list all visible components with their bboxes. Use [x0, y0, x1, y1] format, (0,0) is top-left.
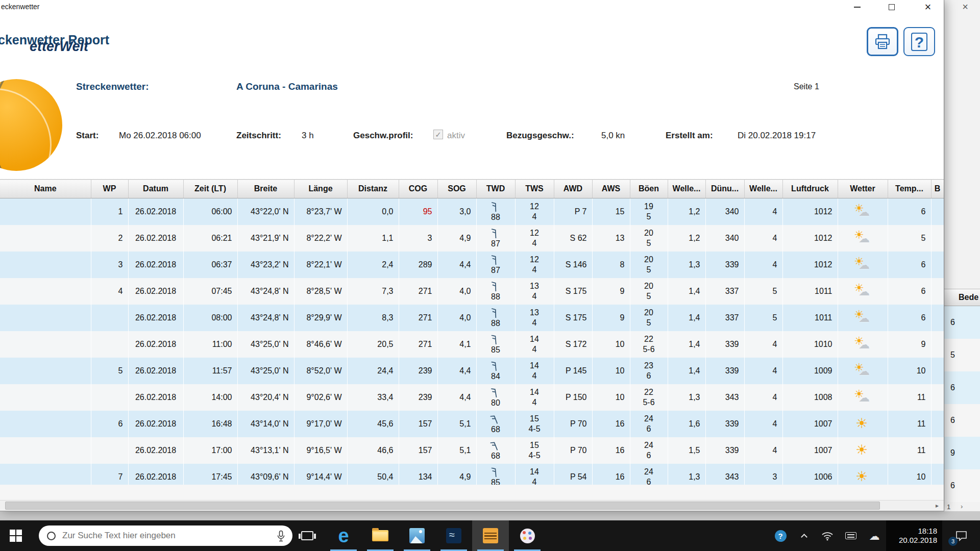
- table-header-row: NameWPDatumZeit (LT)BreiteLängeDistanzCO…: [0, 180, 944, 198]
- cell-breite: 43°22,0' N: [237, 198, 294, 225]
- explorer-icon: [372, 530, 388, 541]
- windows-logo-icon: [10, 530, 22, 542]
- horizontal-scrollbar[interactable]: ▸: [0, 500, 944, 510]
- start-button[interactable]: [0, 520, 32, 551]
- column-header-breite[interactable]: Breite: [237, 180, 294, 198]
- cell-boeen: 195: [630, 198, 668, 225]
- cell-boeen: 236: [630, 358, 668, 384]
- table-row[interactable]: 126.02.201806:0043°22,0' N8°23,7' W0,095…: [0, 198, 944, 225]
- cell-welle2: 4: [744, 225, 782, 252]
- column-header-zeit[interactable]: Zeit (LT): [183, 180, 237, 198]
- column-header-temp[interactable]: Temp...: [888, 180, 931, 198]
- tray-help-button[interactable]: [769, 520, 792, 551]
- column-header-boeen[interactable]: Böen: [630, 180, 668, 198]
- column-header-cog[interactable]: COG: [399, 180, 437, 198]
- column-header-tws[interactable]: TWS: [515, 180, 554, 198]
- cell-boeen: 205: [630, 305, 668, 331]
- column-header-twd[interactable]: TWD: [476, 180, 515, 198]
- column-header-wetter[interactable]: Wetter: [838, 180, 888, 198]
- column-header-duenung[interactable]: Dünu...: [705, 180, 744, 198]
- column-header-welle2[interactable]: Welle...: [744, 180, 782, 198]
- table-row[interactable]: 26.02.201814:0043°20,4' N9°02,6' W33,423…: [0, 384, 944, 411]
- table-row[interactable]: 26.02.201817:0043°13,1' N9°16,5' W46,615…: [0, 437, 944, 464]
- column-header-b[interactable]: B: [931, 180, 944, 198]
- background-scroll-arrow-icon[interactable]: ›: [961, 503, 963, 510]
- speed-profile-checkbox[interactable]: [433, 130, 443, 139]
- table-row[interactable]: 726.02.201817:4543°09,6' N9°14,4' W50,41…: [0, 464, 944, 485]
- cell-distanz: 8,3: [347, 305, 399, 331]
- cell-cog: 289: [399, 252, 437, 278]
- table-row[interactable]: 526.02.201811:5743°25,0' N8°52,0' W24,42…: [0, 358, 944, 384]
- column-header-distanz[interactable]: Distanz: [347, 180, 399, 198]
- maximize-button[interactable]: [876, 0, 907, 14]
- column-header-name[interactable]: Name: [0, 180, 91, 198]
- taskbar-clock[interactable]: 18:18 20.02.2018: [886, 520, 942, 551]
- background-close-icon[interactable]: ×: [958, 1, 973, 14]
- table-row[interactable]: 326.02.201806:3743°23,2' N8°22,1' W2,428…: [0, 252, 944, 278]
- cell-datum: 26.02.2018: [128, 225, 183, 252]
- cell-distanz: 7,3: [347, 278, 399, 305]
- column-header-luftdruck[interactable]: Luftdruck: [782, 180, 838, 198]
- sun-cloud-icon: [853, 231, 872, 246]
- cell-welle2: 4: [744, 384, 782, 411]
- action-center-button[interactable]: 3: [942, 520, 980, 551]
- column-header-laenge[interactable]: Länge: [294, 180, 347, 198]
- tray-keyboard-button[interactable]: [839, 520, 863, 551]
- tray-onedrive-button[interactable]: [863, 520, 886, 551]
- column-header-datum[interactable]: Datum: [128, 180, 183, 198]
- column-header-aws[interactable]: AWS: [592, 180, 630, 198]
- column-header-wp[interactable]: WP: [91, 180, 128, 198]
- table-row[interactable]: 26.02.201811:0043°25,0' N8°46,6' W20,527…: [0, 331, 944, 358]
- tray-show-hidden-icons[interactable]: [792, 520, 816, 551]
- column-header-awd[interactable]: AWD: [554, 180, 592, 198]
- cell-laenge: 8°22,2' W: [294, 225, 347, 252]
- cell-luftdruck: 1007: [782, 411, 838, 437]
- cell-wetter: [838, 437, 888, 464]
- cell-distanz: 50,4: [347, 464, 399, 485]
- taskbar-app-edge[interactable]: [325, 520, 362, 551]
- taskbar-search[interactable]: [39, 525, 292, 546]
- cell-b: [931, 252, 944, 278]
- minimize-button[interactable]: [842, 0, 872, 14]
- column-header-sog[interactable]: SOG: [437, 180, 476, 198]
- cell-twd: 68: [476, 437, 515, 464]
- cell-breite: 43°24,8' N: [237, 305, 294, 331]
- cell-wp: 6: [91, 411, 128, 437]
- task-view-button[interactable]: [292, 520, 322, 551]
- scrollbar-right-arrow-icon[interactable]: ▸: [931, 500, 943, 511]
- table-row[interactable]: 226.02.201806:2143°21,9' N8°22,2' W1,134…: [0, 225, 944, 252]
- cell-wp: [91, 331, 128, 358]
- taskbar-app-navionics[interactable]: [435, 520, 472, 551]
- close-button[interactable]: ×: [913, 0, 943, 14]
- cell-welle2: 4: [744, 437, 782, 464]
- titlebar[interactable]: eckenwetter ×: [0, 0, 944, 14]
- cell-aws: 13: [592, 225, 630, 252]
- taskbar-app-paint[interactable]: [509, 520, 546, 551]
- taskbar-app-seaman-pro[interactable]: [472, 520, 509, 551]
- chevron-up-icon: [801, 534, 807, 540]
- tray-network-button[interactable]: [816, 520, 839, 551]
- microphone-icon[interactable]: [277, 530, 285, 542]
- cell-awd: S 175: [554, 305, 592, 331]
- cell-twd: 80: [476, 384, 515, 411]
- table-row[interactable]: 426.02.201807:4543°24,8' N8°28,5' W7,327…: [0, 278, 944, 305]
- cell-cog: 95: [399, 198, 437, 225]
- table-row[interactable]: 626.02.201816:4843°14,0' N9°17,0' W45,61…: [0, 411, 944, 437]
- taskbar-app-photos[interactable]: [399, 520, 435, 551]
- cell-b: [931, 225, 944, 252]
- column-header-welle[interactable]: Welle...: [668, 180, 705, 198]
- table-footer-area: [0, 485, 944, 500]
- notification-badge: 3: [948, 537, 958, 546]
- scrollbar-thumb[interactable]: [5, 502, 880, 510]
- cell-twd: 85: [476, 331, 515, 358]
- cell-laenge: 8°28,5' W: [294, 278, 347, 305]
- cell-boeen: 205: [630, 278, 668, 305]
- search-input[interactable]: [56, 531, 277, 541]
- help-button[interactable]: ?: [903, 27, 935, 56]
- print-button[interactable]: [867, 27, 898, 56]
- cell-welle2: 4: [744, 331, 782, 358]
- wind-barb-icon: [491, 281, 501, 292]
- taskbar-app-explorer[interactable]: [362, 520, 399, 551]
- table-row[interactable]: 26.02.201808:0043°24,8' N8°29,9' W8,3271…: [0, 305, 944, 331]
- cell-duenung: 339: [705, 252, 744, 278]
